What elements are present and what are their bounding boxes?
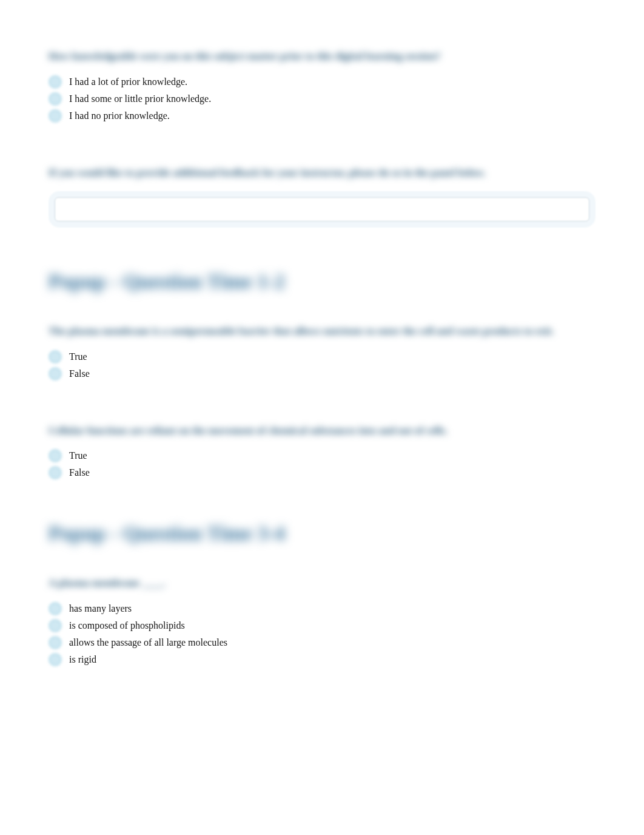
radio-icon[interactable] [49, 92, 62, 106]
section-header: Popup - Question Time 1-2 [49, 270, 595, 293]
feedback-input[interactable] [55, 197, 589, 221]
question-prompt: How knowledgeable were you on this subje… [49, 49, 595, 64]
option-row[interactable]: has many layers [49, 602, 595, 615]
radio-icon[interactable] [49, 653, 62, 666]
option-row[interactable]: allows the passage of all large molecule… [49, 636, 595, 649]
option-label: False [69, 368, 90, 379]
option-row[interactable]: True [49, 350, 595, 363]
radio-icon[interactable] [49, 602, 62, 615]
question-prompt: Cellular functions are reliant on the mo… [49, 423, 595, 439]
option-label: has many layers [69, 603, 132, 614]
question-feedback: If you would like to provide additional … [49, 165, 595, 228]
question-plasma-membrane-property: A plasma membrane ____. has many layers … [49, 575, 595, 666]
option-label: I had no prior knowledge. [69, 110, 170, 121]
option-label: True [69, 351, 87, 362]
radio-icon[interactable] [49, 466, 62, 479]
option-row[interactable]: I had no prior knowledge. [49, 109, 595, 123]
radio-icon[interactable] [49, 636, 62, 649]
option-row[interactable]: False [49, 466, 595, 479]
question-prompt: A plasma membrane ____. [49, 575, 595, 591]
question-cellular-functions: Cellular functions are reliant on the mo… [49, 423, 595, 480]
feedback-input-wrap [49, 191, 595, 228]
question-plasma-membrane-barrier: The plasma membrane is a semipermeable b… [49, 323, 595, 380]
option-row[interactable]: is rigid [49, 653, 595, 666]
question-prior-knowledge: How knowledgeable were you on this subje… [49, 49, 595, 123]
option-label: True [69, 450, 87, 461]
option-label: is rigid [69, 654, 96, 665]
option-row[interactable]: True [49, 449, 595, 462]
question-prompt: If you would like to provide additional … [49, 165, 595, 181]
radio-icon[interactable] [49, 109, 62, 123]
option-label: is composed of phospholipids [69, 620, 185, 631]
radio-icon[interactable] [49, 619, 62, 632]
option-row[interactable]: I had a lot of prior knowledge. [49, 75, 595, 89]
question-prompt: The plasma membrane is a semipermeable b… [49, 323, 595, 339]
radio-icon[interactable] [49, 367, 62, 380]
option-label: allows the passage of all large molecule… [69, 637, 227, 648]
section-header: Popup - Question Time 3-4 [49, 522, 595, 545]
option-label: I had some or little prior knowledge. [69, 93, 211, 104]
radio-icon[interactable] [49, 449, 62, 462]
radio-icon[interactable] [49, 350, 62, 363]
option-label: False [69, 467, 90, 478]
option-row[interactable]: is composed of phospholipids [49, 619, 595, 632]
option-row[interactable]: False [49, 367, 595, 380]
option-row[interactable]: I had some or little prior knowledge. [49, 92, 595, 106]
radio-icon[interactable] [49, 75, 62, 89]
option-label: I had a lot of prior knowledge. [69, 76, 187, 87]
